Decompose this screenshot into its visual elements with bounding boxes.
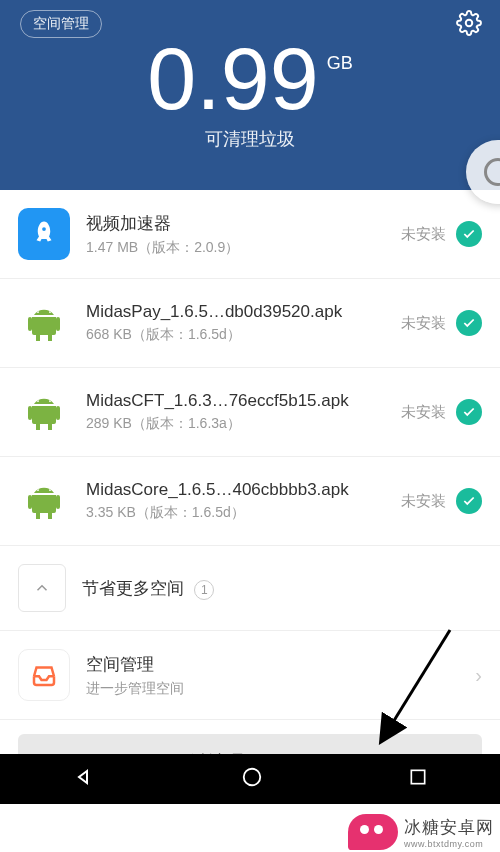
item-body: MidasCore_1.6.5…406cbbbb3.apk 3.35 KB（版本…: [86, 480, 401, 522]
android-icon: [18, 386, 70, 438]
item-status: 未安装: [401, 403, 446, 422]
save-more-label: 节省更多空间: [82, 579, 184, 598]
chevron-up-icon: [18, 564, 66, 612]
size-unit: GB: [327, 53, 353, 73]
list-item[interactable]: 视频加速器 1.47 MB（版本：2.0.9） 未安装: [0, 190, 500, 279]
android-navbar: [0, 754, 500, 804]
watermark-logo-icon: [348, 814, 398, 850]
watermark-name: 冰糖安卓网: [404, 818, 494, 837]
check-icon[interactable]: [456, 310, 482, 336]
check-icon[interactable]: [456, 399, 482, 425]
item-status: 未安装: [401, 314, 446, 333]
item-meta: 3.35 KB（版本：1.6.5d）: [86, 504, 401, 522]
back-icon[interactable]: [72, 765, 96, 793]
list-item[interactable]: MidasCore_1.6.5…406cbbbb3.apk 3.35 KB（版本…: [0, 457, 500, 546]
item-body: MidasPay_1.6.5…db0d39520.apk 668 KB（版本：1…: [86, 302, 401, 344]
count-badge: 1: [194, 580, 214, 600]
size-value: 0.99: [147, 35, 318, 123]
space-mgmt-chip[interactable]: 空间管理: [20, 10, 102, 38]
list-item[interactable]: MidasPay_1.6.5…db0d39520.apk 668 KB（版本：1…: [0, 279, 500, 368]
item-title: MidasPay_1.6.5…db0d39520.apk: [86, 302, 401, 322]
cleanable-size: 0.99GB 可清理垃圾: [0, 35, 500, 151]
watermark-url: www.btxtdmy.com: [404, 839, 494, 849]
item-meta: 1.47 MB（版本：2.0.9）: [86, 239, 401, 257]
item-body: 视频加速器 1.47 MB（版本：2.0.9）: [86, 212, 401, 257]
svg-point-0: [466, 20, 473, 27]
svg-point-1: [42, 227, 46, 231]
item-title: MidasCore_1.6.5…406cbbbb3.apk: [86, 480, 401, 500]
save-more-row[interactable]: 节省更多空间 1: [0, 546, 500, 631]
home-icon[interactable]: [241, 766, 263, 792]
chevron-right-icon: ›: [475, 664, 482, 687]
item-title: 视频加速器: [86, 212, 401, 235]
item-meta: 289 KB（版本：1.6.3a）: [86, 415, 401, 433]
check-icon[interactable]: [456, 488, 482, 514]
settings-icon[interactable]: [456, 10, 482, 36]
item-meta: 668 KB（版本：1.6.5d）: [86, 326, 401, 344]
space-mgmt-sub: 进一步管理空间: [86, 680, 475, 698]
item-body: MidasCFT_1.6.3…76eccf5b15.apk 289 KB（版本：…: [86, 391, 401, 433]
list-item[interactable]: MidasCFT_1.6.3…76eccf5b15.apk 289 KB（版本：…: [0, 368, 500, 457]
item-status: 未安装: [401, 492, 446, 511]
inbox-icon: [18, 649, 70, 701]
item-status: 未安装: [401, 225, 446, 244]
recent-icon[interactable]: [408, 767, 428, 791]
space-mgmt-title: 空间管理: [86, 653, 475, 676]
watermark: 冰糖安卓网 www.btxtdmy.com: [348, 814, 494, 850]
item-body: 空间管理 进一步管理空间: [86, 653, 475, 698]
android-icon: [18, 475, 70, 527]
item-title: MidasCFT_1.6.3…76eccf5b15.apk: [86, 391, 401, 411]
svg-rect-4: [411, 770, 424, 783]
app-list: 视频加速器 1.47 MB（版本：2.0.9） 未安装 MidasPay_1.6…: [0, 190, 500, 720]
rocket-icon: [18, 208, 70, 260]
android-icon: [18, 297, 70, 349]
check-icon[interactable]: [456, 221, 482, 247]
space-mgmt-row[interactable]: 空间管理 进一步管理空间 ›: [0, 631, 500, 720]
cleanable-subtitle: 可清理垃圾: [0, 127, 500, 151]
header-panel: 空间管理 0.99GB 可清理垃圾: [0, 0, 500, 190]
svg-point-3: [244, 769, 261, 786]
